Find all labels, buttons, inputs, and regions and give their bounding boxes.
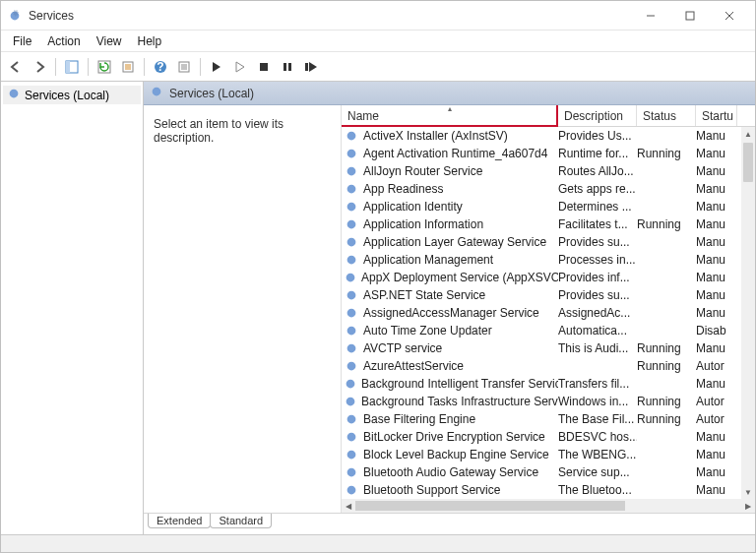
status-bar bbox=[1, 534, 755, 553]
service-description: Determines ... bbox=[558, 200, 637, 214]
service-description: The Base Fil... bbox=[558, 412, 637, 426]
menu-file[interactable]: File bbox=[5, 32, 39, 50]
service-startup-type: Manu bbox=[696, 430, 737, 444]
service-icon bbox=[344, 234, 359, 250]
service-row[interactable]: Block Level Backup Engine ServiceThe WBE… bbox=[342, 446, 755, 463]
start-service-alt-button[interactable] bbox=[229, 56, 251, 78]
export-button[interactable] bbox=[117, 56, 139, 78]
service-icon bbox=[344, 216, 359, 232]
service-icon bbox=[344, 181, 359, 197]
service-row[interactable]: Background Intelligent Transfer ServiceT… bbox=[342, 375, 755, 393]
svg-point-34 bbox=[347, 362, 356, 371]
scrollbar-thumb-h[interactable] bbox=[355, 501, 625, 511]
svg-point-30 bbox=[347, 291, 356, 300]
menu-view[interactable]: View bbox=[89, 32, 130, 50]
service-row[interactable]: Application IdentityDetermines ...Manu bbox=[342, 198, 755, 215]
pause-service-button[interactable] bbox=[277, 56, 298, 78]
service-row[interactable]: AssignedAccessManager ServiceAssignedAc.… bbox=[342, 304, 755, 322]
service-icon bbox=[344, 429, 359, 445]
service-icon bbox=[344, 482, 359, 498]
service-row[interactable]: Background Tasks Infrastructure ServiceW… bbox=[342, 393, 755, 410]
sort-ascending-icon: ▴ bbox=[448, 105, 452, 113]
menu-help[interactable]: Help bbox=[130, 32, 170, 50]
scroll-down-icon[interactable]: ▼ bbox=[744, 485, 752, 499]
stop-service-button[interactable] bbox=[253, 56, 275, 78]
content-panel: Services (Local) Select an item to view … bbox=[144, 82, 755, 534]
toolbar-separator bbox=[88, 58, 89, 76]
svg-point-26 bbox=[347, 220, 356, 229]
service-row[interactable]: Agent Activation Runtime_4a607d4Runtime … bbox=[342, 145, 755, 162]
svg-point-32 bbox=[347, 327, 356, 336]
scroll-left-icon[interactable]: ◀ bbox=[342, 502, 355, 511]
menu-action[interactable]: Action bbox=[39, 32, 88, 50]
service-row[interactable]: Application ManagementProcesses in...Man… bbox=[342, 251, 755, 269]
tree-node-services-local[interactable]: Services (Local) bbox=[3, 86, 141, 104]
service-row[interactable]: ASP.NET State ServiceProvides su...Manu bbox=[342, 286, 755, 304]
vertical-scrollbar[interactable]: ▲ ▼ bbox=[741, 127, 755, 499]
service-description: Processes in... bbox=[558, 253, 637, 267]
svg-point-19 bbox=[10, 90, 19, 98]
title-bar: Services bbox=[1, 1, 755, 31]
service-name: Base Filtering Engine bbox=[363, 412, 475, 426]
tab-extended[interactable]: Extended bbox=[148, 514, 211, 528]
forward-button[interactable] bbox=[29, 56, 50, 78]
service-name: App Readiness bbox=[363, 182, 443, 196]
service-description: Facilitates t... bbox=[558, 217, 637, 231]
column-header-name[interactable]: Name ▴ bbox=[342, 105, 558, 126]
service-description: AssignedAc... bbox=[558, 306, 637, 320]
service-icon bbox=[344, 163, 359, 179]
svg-point-37 bbox=[347, 415, 356, 424]
show-hide-tree-button[interactable] bbox=[61, 56, 83, 78]
scroll-right-icon[interactable]: ▶ bbox=[741, 502, 755, 511]
scroll-up-icon[interactable]: ▲ bbox=[744, 127, 752, 141]
back-button[interactable] bbox=[5, 56, 27, 78]
start-service-button[interactable] bbox=[206, 56, 227, 78]
service-row[interactable]: AVCTP serviceThis is Audi...RunningManu bbox=[342, 339, 755, 357]
service-name: Application Identity bbox=[363, 200, 463, 214]
service-name: AppX Deployment Service (AppXSVC) bbox=[361, 271, 558, 284]
service-icon bbox=[344, 252, 359, 268]
menu-bar: File Action View Help bbox=[1, 31, 755, 52]
service-status: Running bbox=[637, 412, 696, 426]
column-header-status[interactable]: Status bbox=[637, 105, 696, 126]
minimize-button[interactable] bbox=[631, 2, 670, 30]
tab-standard[interactable]: Standard bbox=[210, 514, 272, 528]
service-row[interactable]: ActiveX Installer (AxInstSV)Provides Us.… bbox=[342, 127, 755, 145]
maximize-button[interactable] bbox=[670, 2, 710, 30]
service-name: AzureAttestService bbox=[363, 359, 464, 373]
horizontal-scrollbar[interactable]: ◀ ▶ bbox=[342, 499, 755, 513]
service-startup-type: Manu bbox=[696, 147, 737, 160]
svg-point-40 bbox=[347, 468, 356, 477]
column-header-startup-type[interactable]: Startu bbox=[696, 105, 737, 126]
service-description: Routes AllJo... bbox=[558, 164, 637, 178]
restart-service-button[interactable] bbox=[300, 56, 322, 78]
service-row[interactable]: Bluetooth Support ServiceThe Bluetoo...M… bbox=[342, 481, 755, 499]
service-row[interactable]: Application InformationFacilitates t...R… bbox=[342, 215, 755, 233]
service-row[interactable]: AppX Deployment Service (AppXSVC)Provide… bbox=[342, 269, 755, 286]
svg-rect-16 bbox=[284, 63, 286, 71]
svg-point-38 bbox=[347, 433, 356, 442]
window-controls bbox=[631, 2, 749, 30]
service-row[interactable]: AzureAttestServiceRunningAutor bbox=[342, 357, 755, 375]
svg-point-29 bbox=[346, 274, 355, 282]
service-row[interactable]: App ReadinessGets apps re...Manu bbox=[342, 180, 755, 198]
column-header-description[interactable]: Description bbox=[558, 105, 637, 126]
service-row[interactable]: AllJoyn Router ServiceRoutes AllJo...Man… bbox=[342, 162, 755, 180]
service-row[interactable]: Application Layer Gateway ServiceProvide… bbox=[342, 233, 755, 251]
help-button[interactable]: ? bbox=[150, 56, 171, 78]
service-row[interactable]: Bluetooth Audio Gateway ServiceService s… bbox=[342, 463, 755, 481]
svg-text:?: ? bbox=[157, 60, 163, 74]
service-startup-type: Manu bbox=[696, 483, 737, 497]
service-name: ASP.NET State Service bbox=[363, 288, 485, 302]
service-icon bbox=[344, 340, 359, 356]
toolbar-separator bbox=[55, 58, 56, 76]
service-row[interactable]: BitLocker Drive Encryption ServiceBDESVC… bbox=[342, 428, 755, 446]
scrollbar-thumb[interactable] bbox=[743, 143, 753, 182]
service-row[interactable]: Base Filtering EngineThe Base Fil...Runn… bbox=[342, 410, 755, 428]
column-header-row: Name ▴ Description Status Startu bbox=[342, 105, 755, 127]
close-button[interactable] bbox=[710, 2, 749, 30]
refresh-button[interactable] bbox=[94, 56, 115, 78]
service-status: Running bbox=[637, 341, 696, 355]
service-row[interactable]: Auto Time Zone UpdaterAutomatica...Disab bbox=[342, 322, 755, 339]
properties-button[interactable] bbox=[173, 56, 195, 78]
